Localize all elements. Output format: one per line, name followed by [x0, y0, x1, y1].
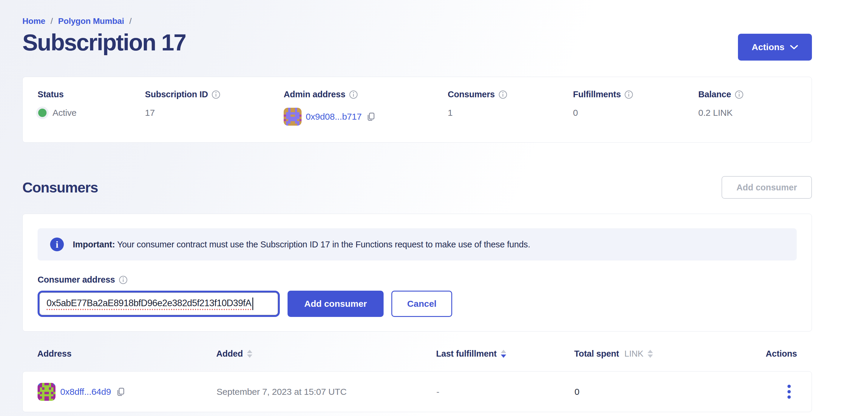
- balance-label: Balance: [698, 90, 797, 99]
- add-consumer-button-disabled[interactable]: Add consumer: [721, 176, 812, 199]
- breadcrumb: Home / Polygon Mumbai /: [22, 17, 186, 26]
- chevron-down-icon: [790, 45, 798, 50]
- status-label: Status: [38, 90, 145, 99]
- total-spent-unit: LINK: [624, 349, 643, 359]
- breadcrumb-separator: /: [129, 17, 132, 26]
- avatar: [38, 383, 56, 401]
- column-header-actions: Actions: [766, 349, 797, 359]
- total-spent-cell: 0: [575, 387, 786, 397]
- breadcrumb-separator: /: [51, 17, 53, 26]
- sort-descending-icon: [501, 350, 506, 358]
- info-icon[interactable]: [735, 90, 744, 99]
- column-header-total-spent[interactable]: Total spent LINK: [574, 349, 766, 359]
- consumers-value: 1: [448, 108, 573, 118]
- info-icon[interactable]: [119, 275, 128, 285]
- active-status-dot-icon: [38, 109, 46, 117]
- kebab-menu-icon[interactable]: [786, 383, 793, 400]
- subscription-id-label: Subscription ID: [145, 90, 284, 99]
- column-header-last-fulfillment[interactable]: Last fulfillment: [436, 349, 574, 359]
- important-notice: i Important: Your consumer contract must…: [38, 228, 797, 261]
- avatar: [284, 108, 302, 126]
- consumers-table-header: Address Added Last fulfillment Total spe…: [22, 349, 812, 359]
- info-icon[interactable]: [624, 90, 633, 99]
- add-consumer-submit-button[interactable]: Add consumer: [287, 291, 383, 317]
- actions-dropdown-button[interactable]: Actions: [738, 34, 812, 61]
- consumer-address-cell: 0x8dff...64d9: [38, 383, 217, 401]
- actions-button-label: Actions: [752, 42, 784, 52]
- balance-value: 0.2 LINK: [698, 108, 797, 118]
- admin-address-label: Admin address: [284, 90, 448, 99]
- sort-icon: [247, 350, 252, 358]
- notice-prefix: Important:: [73, 240, 115, 249]
- table-row: 0x8dff...64d9 September 7, 2023 at 15:07…: [22, 371, 812, 412]
- page-header: Home / Polygon Mumbai / Subscription 17 …: [22, 17, 812, 61]
- row-actions-cell: [786, 383, 797, 400]
- add-consumer-form: 0x5abE77Ba2aE8918bfD96e2e382d5f213f10D39…: [38, 291, 797, 317]
- info-icon[interactable]: [498, 90, 507, 99]
- consumers-section-title: Consumers: [22, 179, 98, 196]
- consumers-label: Consumers: [448, 90, 573, 99]
- breadcrumb-network-link[interactable]: Polygon Mumbai: [58, 17, 124, 26]
- last-fulfillment-cell: -: [436, 387, 575, 397]
- overview-balance: Balance 0.2 LINK: [698, 90, 797, 126]
- admin-address-link[interactable]: 0x9d08...b717: [306, 112, 362, 122]
- copy-icon[interactable]: [366, 112, 376, 122]
- status-value: Active: [38, 108, 145, 118]
- sort-icon: [648, 350, 653, 358]
- text-caret: [252, 298, 253, 310]
- info-circle-icon: i: [50, 238, 64, 251]
- overview-consumers: Consumers 1: [448, 90, 573, 126]
- overview-fulfillments: Fulfillments 0: [573, 90, 698, 126]
- fulfillments-label: Fulfillments: [573, 90, 698, 99]
- consumer-address-label: Consumer address: [38, 275, 797, 285]
- copy-icon[interactable]: [116, 387, 126, 397]
- admin-address-value: 0x9d08...b717: [284, 108, 448, 126]
- consumers-section-header: Consumers Add consumer: [22, 176, 812, 199]
- column-header-address: Address: [37, 349, 216, 359]
- important-notice-text: Important: Your consumer contract must u…: [73, 240, 530, 249]
- overview-status: Status Active: [38, 90, 145, 126]
- fulfillments-value: 0: [573, 108, 698, 118]
- page: Home / Polygon Mumbai / Subscription 17 …: [22, 0, 812, 412]
- add-consumer-panel: i Important: Your consumer contract must…: [22, 214, 812, 331]
- added-cell: September 7, 2023 at 15:07 UTC: [217, 387, 436, 397]
- overview-admin-address: Admin address 0x9d08...b717: [284, 90, 448, 126]
- page-title: Subscription 17: [22, 29, 186, 56]
- consumer-address-input-value: 0x5abE77Ba2aE8918bfD96e2e382d5f213f10D39…: [46, 298, 251, 310]
- header-left: Home / Polygon Mumbai / Subscription 17: [22, 17, 186, 56]
- breadcrumb-home-link[interactable]: Home: [22, 17, 45, 26]
- cancel-button[interactable]: Cancel: [391, 291, 452, 317]
- consumer-address-link[interactable]: 0x8dff...64d9: [60, 387, 111, 397]
- subscription-overview-card: Status Active Subscription ID 17 Admin a…: [22, 77, 812, 143]
- consumer-address-input[interactable]: 0x5abE77Ba2aE8918bfD96e2e382d5f213f10D39…: [38, 291, 280, 317]
- info-icon[interactable]: [212, 90, 220, 99]
- overview-subscription-id: Subscription ID 17: [145, 90, 284, 126]
- column-header-added[interactable]: Added: [216, 349, 436, 359]
- subscription-id-value: 17: [145, 108, 284, 118]
- info-icon[interactable]: [349, 90, 358, 99]
